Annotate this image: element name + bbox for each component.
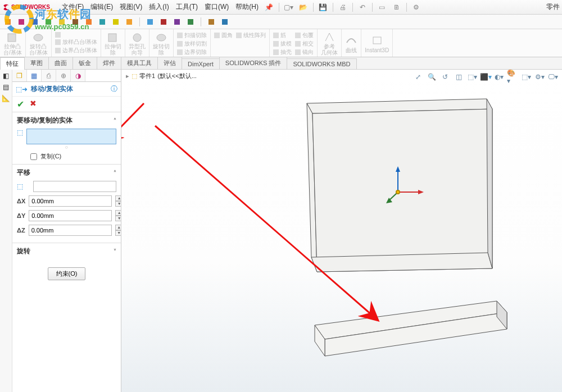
brand-text: SOLIDWORKS bbox=[11, 4, 50, 10]
tb-icon-15[interactable] bbox=[206, 16, 217, 28]
manager-tab-render[interactable]: ◑ bbox=[71, 70, 85, 81]
help-icon[interactable]: ⓘ bbox=[111, 84, 117, 94]
dz-input[interactable] bbox=[29, 225, 112, 236]
menu-window[interactable]: 窗口(W) bbox=[201, 2, 232, 12]
tb-icon-7[interactable] bbox=[83, 16, 94, 28]
sweep-boss[interactable] bbox=[55, 31, 98, 38]
revolve-boss-icon[interactable] bbox=[32, 30, 44, 43]
tb-icon-6[interactable] bbox=[70, 16, 81, 28]
dx-input[interactable] bbox=[29, 195, 112, 207]
undo-icon[interactable]: ↶ bbox=[355, 2, 370, 13]
draft[interactable]: 拔模 bbox=[273, 40, 292, 48]
dz-up[interactable]: ▲ bbox=[115, 225, 121, 230]
tb-icon-3[interactable] bbox=[29, 16, 40, 28]
svg-rect-2 bbox=[108, 34, 116, 42]
pin-icon[interactable]: 📌 bbox=[262, 2, 277, 13]
dy-down[interactable]: ▼ bbox=[115, 216, 121, 221]
ok-button[interactable]: ✔ bbox=[17, 99, 24, 110]
tb-icon-11[interactable] bbox=[144, 16, 156, 28]
tb-icon-8[interactable] bbox=[97, 16, 108, 28]
feature-manager-panel: ◧ ▤ 📐 ❐ ▦ ⎙ ⊕ ◑ ⬚➜ 移动/复制实体 ⓘ ✔ ✖ bbox=[0, 70, 121, 392]
body-selection-list[interactable] bbox=[26, 129, 116, 144]
tb-icon-10[interactable] bbox=[124, 16, 135, 28]
tab-swmbd[interactable]: SOLIDWORKS MBD bbox=[287, 58, 356, 69]
instant3d-icon[interactable] bbox=[371, 33, 383, 47]
dx-up[interactable]: ▲ bbox=[115, 195, 121, 201]
open-icon[interactable]: 📂 bbox=[296, 2, 311, 13]
tb-icon-1[interactable] bbox=[2, 16, 13, 28]
manager-tab-dim[interactable]: ⊕ bbox=[56, 70, 71, 81]
print-icon[interactable]: 🖨 bbox=[336, 2, 350, 13]
dx-down[interactable]: ▼ bbox=[115, 201, 121, 207]
expand-icon[interactable]: ˅ bbox=[114, 248, 116, 254]
constrain-button[interactable]: 约束(O) bbox=[48, 267, 86, 280]
sweep-cut[interactable]: 扫描切除 bbox=[177, 31, 207, 39]
tab-swaddins[interactable]: SOLIDWORKS 插件 bbox=[219, 57, 288, 69]
tab-sheetmetal[interactable]: 钣金 bbox=[72, 57, 97, 69]
rib[interactable]: 筋 bbox=[273, 31, 292, 39]
tb-icon-4[interactable] bbox=[43, 16, 54, 28]
collapse-icon[interactable]: ˄ bbox=[114, 117, 116, 124]
translate-ref-icon: ⬚ bbox=[17, 183, 30, 190]
linear-pattern[interactable]: 线性阵列 bbox=[236, 31, 266, 39]
menu-view[interactable]: 视图(V) bbox=[116, 2, 146, 12]
shell[interactable]: 抽壳 bbox=[273, 48, 292, 56]
extrude-cut-icon[interactable] bbox=[107, 30, 119, 43]
tab-features[interactable]: 特征 bbox=[0, 57, 25, 70]
tb-icon-14[interactable] bbox=[185, 16, 196, 28]
copy-checkbox[interactable] bbox=[30, 153, 37, 160]
side-tab-3[interactable]: 📐 bbox=[2, 94, 10, 102]
panel-side-tabs: ◧ ▤ 📐 bbox=[0, 70, 12, 392]
collapse-icon-2[interactable]: ˄ bbox=[114, 170, 116, 176]
mirror[interactable]: 镜向 bbox=[295, 48, 314, 56]
tab-dimxpert[interactable]: DimXpert bbox=[182, 58, 220, 69]
menu-insert[interactable]: 插入(I) bbox=[146, 2, 172, 12]
tab-evaluate[interactable]: 评估 bbox=[157, 57, 182, 69]
boundary-boss[interactable]: 边界凸台/基体 bbox=[55, 47, 98, 54]
select-icon[interactable]: ▭ bbox=[375, 2, 389, 13]
side-tab-1[interactable]: ◧ bbox=[3, 72, 9, 80]
cancel-button[interactable]: ✖ bbox=[30, 99, 37, 110]
extrude-boss-icon[interactable] bbox=[6, 30, 19, 43]
tab-sketch[interactable]: 草图 bbox=[24, 57, 49, 69]
tab-moldtools[interactable]: 模具工具 bbox=[121, 57, 158, 69]
manager-tab-cfg[interactable]: ⎙ bbox=[42, 70, 56, 81]
manager-tab-pm[interactable]: ▦ bbox=[27, 70, 42, 81]
side-tab-2[interactable]: ▤ bbox=[3, 83, 9, 91]
graphics-viewport[interactable]: ▸ ⬚ 零件1 (默认<<默认... ⤢ 🔍 ↺ ◫ ⬚▾ ⬛▾ ◐▾ 🎨▾ ⬚… bbox=[121, 70, 562, 392]
menu-tools[interactable]: 工具(T) bbox=[173, 2, 201, 12]
boundary-cut[interactable]: 边界切除 bbox=[177, 48, 207, 56]
menu-edit[interactable]: 编辑(E) bbox=[87, 2, 116, 12]
menu-file[interactable]: 文件(F) bbox=[58, 2, 87, 12]
dz-down[interactable]: ▼ bbox=[115, 230, 121, 236]
loft-cut[interactable]: 放样切割 bbox=[177, 40, 207, 48]
curves-icon[interactable] bbox=[345, 33, 357, 47]
intersect[interactable]: 相交 bbox=[295, 40, 314, 48]
copy-checkbox-row[interactable]: 复制(C) bbox=[17, 150, 116, 161]
pm-bodies-section: 要移动/复制的实体 ˄ ⬚ ○ 复制(C) bbox=[12, 112, 121, 164]
tb-icon-12[interactable] bbox=[158, 16, 169, 28]
revolve-cut-icon[interactable] bbox=[155, 30, 167, 43]
save-icon[interactable]: 💾 bbox=[316, 2, 330, 13]
tab-surfaces[interactable]: 曲面 bbox=[48, 57, 73, 69]
tb-icon-9[interactable] bbox=[110, 16, 121, 28]
menu-help[interactable]: 帮助(H) bbox=[232, 2, 262, 12]
rebuild-icon[interactable]: 🗎 bbox=[389, 2, 404, 13]
dy-up[interactable]: ▲ bbox=[115, 210, 121, 216]
tb-icon-5[interactable] bbox=[56, 16, 67, 28]
tb-icon-2[interactable] bbox=[16, 16, 27, 28]
ref-geom-icon[interactable] bbox=[323, 30, 336, 43]
tab-weldments[interactable]: 焊件 bbox=[97, 57, 121, 69]
hole-wizard-icon[interactable] bbox=[131, 30, 143, 43]
wrap[interactable]: 包覆 bbox=[295, 31, 314, 39]
model-geometry bbox=[121, 70, 562, 392]
tb-icon-13[interactable] bbox=[171, 16, 183, 28]
tb-icon-16[interactable] bbox=[219, 16, 230, 28]
options-icon[interactable]: ⚙ bbox=[409, 2, 424, 13]
translate-ref-input[interactable] bbox=[33, 181, 116, 192]
fillet[interactable]: 圆角 bbox=[214, 31, 233, 39]
new-doc-icon[interactable]: ▢▾ bbox=[282, 2, 296, 13]
dy-input[interactable] bbox=[29, 210, 112, 221]
loft-boss[interactable]: 放样凸台/基体 bbox=[55, 38, 98, 46]
manager-tab-fm[interactable]: ❐ bbox=[12, 70, 27, 81]
